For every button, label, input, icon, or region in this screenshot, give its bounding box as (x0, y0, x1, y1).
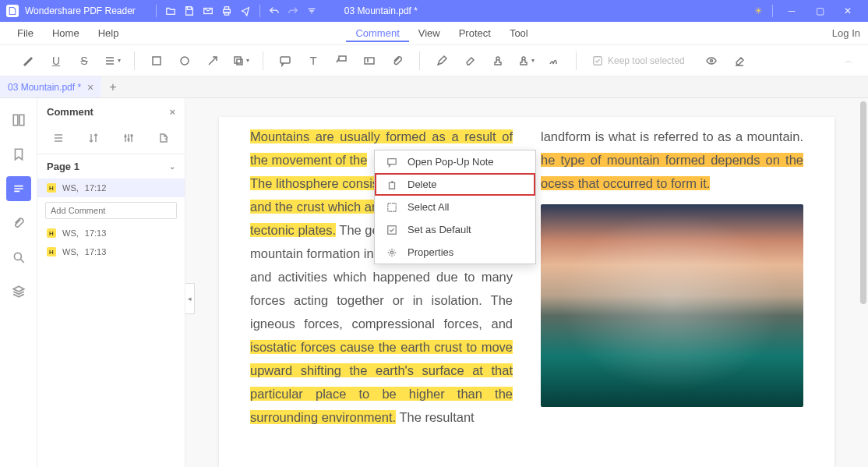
eye-tool-icon[interactable] (699, 48, 724, 73)
keep-tool-label: Keep tool selected (608, 55, 685, 66)
ctx-open-popup[interactable]: Open Pop-Up Note (375, 150, 535, 173)
shape-tool-icon[interactable]: ▾ (228, 48, 253, 73)
close-window-button[interactable]: ✕ (834, 2, 862, 20)
vertical-scrollbar[interactable] (860, 101, 866, 304)
clear-tool-icon[interactable] (727, 48, 752, 73)
attachments-icon[interactable] (6, 211, 31, 235)
signature-tool-icon[interactable] (542, 48, 566, 73)
ctx-select-all[interactable]: Select All (375, 196, 535, 218)
app-logo (6, 5, 19, 17)
attachment-tool-icon[interactable] (385, 48, 410, 73)
add-comment-input[interactable] (45, 202, 177, 219)
svg-point-19 (128, 139, 129, 140)
note-tool-icon[interactable] (273, 48, 298, 73)
svg-point-11 (496, 57, 499, 60)
undo-icon[interactable] (265, 2, 284, 20)
arrow-tool-icon[interactable] (200, 48, 225, 73)
comments-icon[interactable] (6, 176, 31, 201)
annotation-item[interactable]: H WS, 17:13 (37, 224, 185, 242)
document-tab[interactable]: 03 Mountain.pdf * × (0, 76, 101, 97)
svg-point-14 (710, 59, 712, 62)
oval-tool-icon[interactable] (172, 48, 197, 73)
highlight-badge-icon: H (47, 228, 56, 238)
print-icon[interactable] (217, 2, 236, 20)
rectangle-tool-icon[interactable] (144, 48, 169, 73)
bookmark-icon[interactable] (6, 142, 31, 167)
select-all-icon (386, 202, 398, 213)
svg-rect-8 (281, 57, 290, 63)
eraser-tool-icon[interactable] (457, 48, 482, 73)
menu-file[interactable]: File (8, 24, 43, 42)
comment-toolbar: U S ▾ ▾ T ▾ Keep tool selected ︿ (0, 45, 868, 76)
trash-icon (386, 179, 398, 190)
document-title: 03 Mountain.pdf * (344, 5, 418, 16)
filter-icon[interactable] (52, 132, 65, 147)
save-icon[interactable] (180, 2, 199, 20)
svg-rect-15 (13, 115, 18, 126)
menu-view[interactable]: View (409, 24, 450, 42)
minimize-button[interactable]: ─ (778, 2, 806, 20)
collapse-handle[interactable]: ◂ (185, 283, 195, 314)
close-panel-icon[interactable]: × (169, 106, 175, 118)
highlight-badge-icon: H (47, 183, 56, 193)
share-icon[interactable] (236, 2, 255, 20)
pencil-tool-icon[interactable] (429, 48, 454, 73)
login-link[interactable]: Log In (832, 27, 860, 39)
svg-point-17 (14, 253, 21, 260)
search-icon[interactable] (6, 245, 31, 270)
svg-point-20 (131, 135, 132, 136)
menu-home[interactable]: Home (43, 24, 89, 42)
svg-rect-3 (224, 12, 228, 16)
svg-rect-2 (224, 7, 228, 10)
svg-point-24 (390, 251, 393, 254)
svg-rect-10 (365, 58, 374, 64)
svg-rect-21 (388, 158, 397, 164)
strikethrough-tool-icon[interactable]: S (72, 48, 97, 73)
mail-icon[interactable] (199, 2, 217, 20)
textbox-tool-icon[interactable] (357, 48, 382, 73)
maximize-button[interactable]: ▢ (806, 2, 834, 20)
ctx-set-default[interactable]: Set as Default (375, 218, 535, 241)
highlight-tool-icon[interactable] (16, 48, 41, 73)
collapse-toolbar-icon[interactable]: ︿ (845, 55, 852, 66)
options-icon[interactable] (122, 132, 135, 147)
layers-icon[interactable] (6, 279, 31, 304)
quick-menu-icon[interactable] (302, 2, 321, 20)
check-icon (386, 225, 398, 235)
menu-comment[interactable]: Comment (346, 24, 408, 42)
page-heading[interactable]: Page 1 ⌄ (37, 154, 185, 179)
svg-rect-22 (388, 203, 397, 211)
sun-icon[interactable]: ☀ (749, 2, 767, 20)
underline-tool-icon[interactable]: U (44, 48, 69, 73)
menu-protect[interactable]: Protect (450, 24, 500, 42)
gear-icon (386, 247, 398, 258)
text-tool-icon[interactable]: T (301, 48, 326, 73)
svg-rect-6 (235, 57, 241, 63)
text-column-right: landform is what is referred to as a mou… (541, 125, 803, 429)
menu-help[interactable]: Help (89, 24, 129, 42)
folder-icon[interactable] (161, 2, 180, 20)
close-tab-icon[interactable]: × (87, 81, 94, 94)
sort-icon[interactable] (87, 132, 100, 147)
stamp-tool-icon[interactable] (485, 48, 510, 73)
svg-rect-16 (19, 115, 24, 126)
note-icon (386, 157, 398, 168)
annotation-item[interactable]: H WS, 17:13 (37, 242, 185, 261)
svg-rect-4 (153, 57, 161, 65)
annotation-item[interactable]: H WS, 17:12 (37, 179, 185, 197)
list-tool-icon[interactable]: ▾ (100, 48, 125, 73)
callout-tool-icon[interactable] (329, 48, 354, 73)
svg-point-12 (522, 57, 525, 60)
context-menu: Open Pop-Up Note Delete Select All Set a… (374, 150, 536, 264)
stamp-dropdown-icon[interactable]: ▾ (513, 48, 538, 73)
ctx-delete[interactable]: Delete (375, 173, 535, 196)
export-icon[interactable] (157, 132, 170, 147)
chevron-down-icon: ⌄ (169, 162, 175, 171)
keep-tool-checkbox[interactable]: Keep tool selected (592, 55, 685, 66)
menu-tool[interactable]: Tool (500, 24, 538, 42)
comment-panel: Comment × Page 1 ⌄ H WS, 17:12 H WS, 17:… (37, 98, 185, 467)
ctx-properties[interactable]: Properties (375, 241, 535, 264)
redo-icon[interactable] (284, 2, 302, 20)
new-tab-button[interactable]: + (101, 80, 124, 94)
thumbnails-icon[interactable] (6, 108, 31, 133)
